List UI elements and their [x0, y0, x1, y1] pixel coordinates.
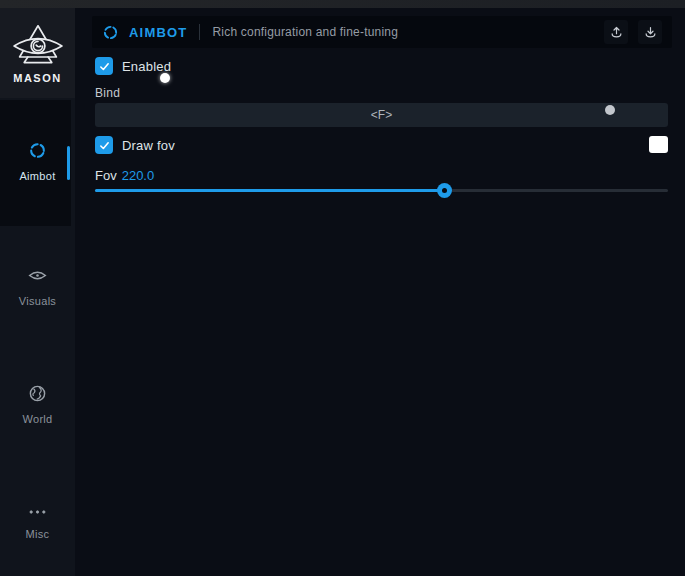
sidebar: MASON Aimbot Visuals — [0, 8, 75, 576]
crosshair-icon — [102, 24, 119, 41]
fov-color-picker[interactable] — [649, 136, 668, 153]
enabled-label: Enabled — [122, 59, 171, 74]
draw-fov-label: Draw fov — [122, 138, 175, 153]
draw-fov-row: Draw fov — [95, 136, 175, 154]
mason-menu-window: MASON Aimbot Visuals — [0, 0, 685, 576]
sidebar-item-label: Aimbot — [19, 170, 55, 182]
fov-slider-fill — [95, 189, 445, 192]
fov-value: 220.0 — [122, 168, 155, 183]
sidebar-item-world[interactable]: World — [0, 384, 75, 425]
mouse-cursor-dot — [160, 73, 170, 83]
sidebar-item-label: World — [22, 413, 52, 425]
sidebar-item-visuals[interactable]: Visuals — [0, 266, 75, 307]
sidebar-item-label: Misc — [26, 528, 50, 540]
sidebar-item-misc[interactable]: Misc — [0, 504, 75, 540]
fov-slider[interactable] — [95, 183, 668, 198]
page-title: AIMBOT — [129, 25, 187, 40]
download-config-button[interactable] — [638, 20, 662, 44]
pyramid-eye-logo-icon — [10, 23, 66, 69]
header-divider — [199, 24, 200, 40]
fov-label: Fov — [95, 168, 117, 183]
page-subtitle: Rich configuration and fine-tuning — [212, 25, 398, 39]
secondary-cursor-dot — [605, 105, 615, 115]
eye-icon — [28, 266, 47, 289]
logo-text: MASON — [13, 72, 61, 84]
ellipsis-icon — [28, 504, 47, 522]
window-top-strip — [0, 0, 685, 8]
globe-icon — [28, 384, 47, 407]
draw-fov-checkbox[interactable] — [95, 136, 113, 154]
bind-label: Bind — [95, 86, 120, 100]
fov-slider-caption: Fov220.0 — [95, 168, 154, 183]
check-icon — [99, 140, 110, 151]
enabled-row: Enabled — [95, 57, 171, 75]
bind-value: <F> — [371, 108, 392, 122]
sidebar-item-label: Visuals — [19, 295, 56, 307]
crosshair-icon — [28, 141, 47, 164]
section-header: AIMBOT Rich configuration and fine-tunin… — [92, 16, 672, 48]
fov-slider-handle[interactable] — [437, 183, 452, 198]
check-icon — [99, 61, 110, 72]
enabled-checkbox[interactable] — [95, 57, 113, 75]
logo: MASON — [0, 8, 75, 98]
upload-config-button[interactable] — [604, 20, 628, 44]
bind-input[interactable]: <F> — [95, 103, 668, 127]
sidebar-item-aimbot[interactable]: Aimbot — [0, 141, 75, 182]
